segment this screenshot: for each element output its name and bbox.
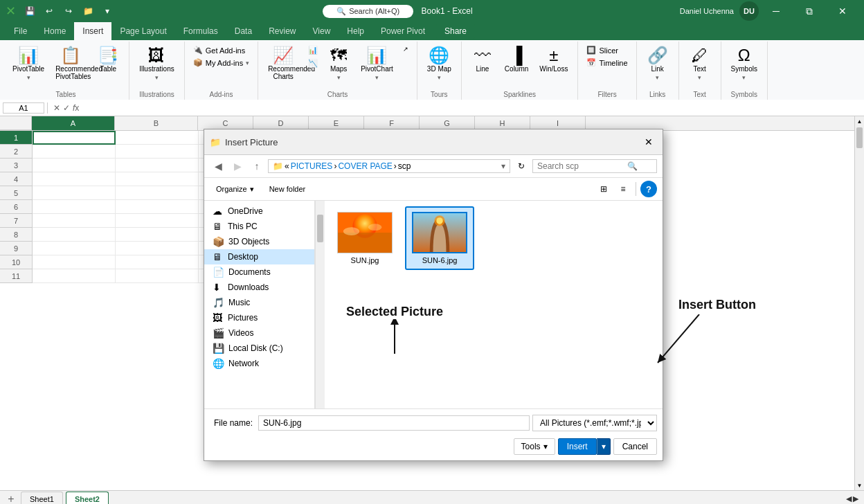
view-details-button[interactable]: ≡ bbox=[615, 181, 631, 197]
tree-item-pictures[interactable]: 🖼 Pictures bbox=[204, 310, 314, 325]
tree-item-3d-objects[interactable]: 📦 3D Objects bbox=[204, 234, 314, 249]
dialog-actions: Tools ▾ Insert ▾ Cancel bbox=[210, 435, 657, 455]
breadcrumb-arrow1: › bbox=[334, 161, 336, 171]
dialog-folder-icon: 📁 bbox=[210, 137, 221, 147]
tools-dropdown-icon: ▾ bbox=[543, 442, 548, 451]
desktop-icon: 🖥 bbox=[213, 251, 224, 262]
back-button[interactable]: ◀ bbox=[210, 158, 226, 174]
music-icon: 🎵 bbox=[213, 297, 224, 308]
forward-button[interactable]: ▶ bbox=[229, 158, 246, 174]
svg-rect-2 bbox=[338, 233, 392, 253]
toolbar-separator bbox=[636, 182, 636, 196]
documents-icon: 📄 bbox=[213, 267, 224, 278]
dialog-body: ☁ OneDrive 🖥 This PC 📦 3D Objects 🖥 Desk… bbox=[204, 201, 663, 408]
new-folder-button[interactable]: New folder bbox=[263, 182, 312, 196]
refresh-button[interactable]: ↻ bbox=[513, 158, 530, 174]
insert-button-annotation: Insert Button bbox=[678, 298, 756, 312]
downloads-icon: ⬇ bbox=[213, 282, 224, 293]
file-type-select[interactable]: All Pictures (*.emf;*.wmf;*.jpg;* bbox=[532, 415, 657, 431]
cancel-button[interactable]: Cancel bbox=[613, 438, 657, 455]
breadcrumb-arrow2: › bbox=[394, 161, 397, 171]
file-name-label: File name: bbox=[210, 418, 258, 428]
breadcrumb-dropdown-icon[interactable]: ▾ bbox=[501, 161, 505, 171]
file-sun6-name: SUN-6.jpg bbox=[422, 256, 458, 264]
insert-button-group: Insert ▾ bbox=[558, 438, 611, 455]
tree-item-desktop[interactable]: 🖥 Desktop bbox=[204, 249, 314, 264]
organize-dropdown-icon: ▾ bbox=[250, 185, 254, 194]
file-grid[interactable]: SUN.jpg bbox=[325, 201, 663, 408]
breadcrumb-folder-icon: 📁 bbox=[273, 161, 283, 171]
organize-button[interactable]: Organize ▾ bbox=[210, 182, 260, 197]
search-box: 🔍 bbox=[532, 159, 657, 173]
breadcrumb-coverpage[interactable]: COVER PAGE bbox=[338, 161, 392, 171]
videos-icon: 🎬 bbox=[213, 327, 224, 339]
file-item-sun[interactable]: SUN.jpg bbox=[330, 206, 399, 270]
dialog-toolbar: Organize ▾ New folder ⊞ ≡ ? bbox=[204, 178, 663, 201]
dialog-title: 📁 Insert Picture bbox=[210, 137, 278, 147]
svg-line-9 bbox=[658, 314, 699, 363]
local-disk-icon: 💾 bbox=[213, 343, 224, 354]
breadcrumb-path[interactable]: 📁 « PICTURES › COVER PAGE › scp ▾ bbox=[268, 159, 510, 173]
file-name-input[interactable]: SUN-6.jpg bbox=[258, 415, 530, 431]
file-item-sun6[interactable]: SUN-6.jpg bbox=[405, 206, 474, 270]
tree-item-network[interactable]: 🌐 Network bbox=[204, 356, 314, 371]
network-icon: 🌐 bbox=[213, 358, 224, 369]
breadcrumb-pictures[interactable]: PICTURES bbox=[291, 161, 333, 171]
view-large-icons-button[interactable]: ⊞ bbox=[595, 181, 612, 197]
tools-button[interactable]: Tools ▾ bbox=[514, 438, 555, 455]
sun-thumbnail bbox=[337, 212, 393, 253]
tree-item-this-pc[interactable]: 🖥 This PC bbox=[204, 219, 314, 234]
search-input[interactable] bbox=[537, 161, 627, 171]
tree-item-documents[interactable]: 📄 Documents bbox=[204, 264, 314, 280]
up-folder-button[interactable]: ↑ bbox=[249, 158, 265, 174]
tree-item-onedrive[interactable]: ☁ OneDrive bbox=[204, 204, 314, 219]
search-icon: 🔍 bbox=[627, 161, 638, 171]
3d-objects-icon: 📦 bbox=[213, 236, 224, 247]
this-pc-icon: 🖥 bbox=[213, 221, 224, 232]
dialog-close-button[interactable]: ✕ bbox=[640, 134, 657, 150]
help-button[interactable]: ? bbox=[640, 181, 657, 197]
file-name-row: File name: SUN-6.jpg All Pictures (*.emf… bbox=[210, 415, 657, 431]
insert-button[interactable]: Insert bbox=[558, 438, 597, 455]
dialog-nav: ◀ ▶ ↑ 📁 « PICTURES › COVER PAGE › scp ▾ … bbox=[204, 155, 663, 178]
svg-point-4 bbox=[368, 224, 382, 231]
dialog-title-bar: 📁 Insert Picture ✕ bbox=[204, 129, 663, 155]
tree-item-videos[interactable]: 🎬 Videos bbox=[204, 325, 314, 341]
dialog-bottom: File name: SUN-6.jpg All Pictures (*.emf… bbox=[204, 408, 663, 460]
file-sun-name: SUN.jpg bbox=[351, 256, 379, 264]
tree-item-local-disk[interactable]: 💾 Local Disk (C:) bbox=[204, 341, 314, 356]
tree-item-downloads[interactable]: ⬇ Downloads bbox=[204, 280, 314, 295]
sun6-thumbnail bbox=[412, 212, 467, 253]
onedrive-icon: ☁ bbox=[213, 206, 224, 217]
insert-button-dropdown[interactable]: ▾ bbox=[597, 438, 611, 455]
sidebar-scrollbar[interactable] bbox=[315, 201, 325, 408]
svg-point-3 bbox=[343, 227, 359, 235]
folder-tree: ☁ OneDrive 🖥 This PC 📦 3D Objects 🖥 Desk… bbox=[204, 201, 315, 408]
insert-picture-dialog: 📁 Insert Picture ✕ ◀ ▶ ↑ 📁 « PICTURES › … bbox=[204, 129, 663, 461]
pictures-icon: 🖼 bbox=[213, 312, 224, 323]
insert-button-label: Insert Button bbox=[678, 298, 756, 312]
tree-item-music[interactable]: 🎵 Music bbox=[204, 295, 314, 310]
dialog-overlay: 📁 Insert Picture ✕ ◀ ▶ ↑ 📁 « PICTURES › … bbox=[0, 0, 864, 504]
breadcrumb-sep1: « bbox=[285, 161, 289, 171]
svg-point-7 bbox=[436, 217, 443, 224]
breadcrumb-current: scp bbox=[398, 161, 411, 171]
